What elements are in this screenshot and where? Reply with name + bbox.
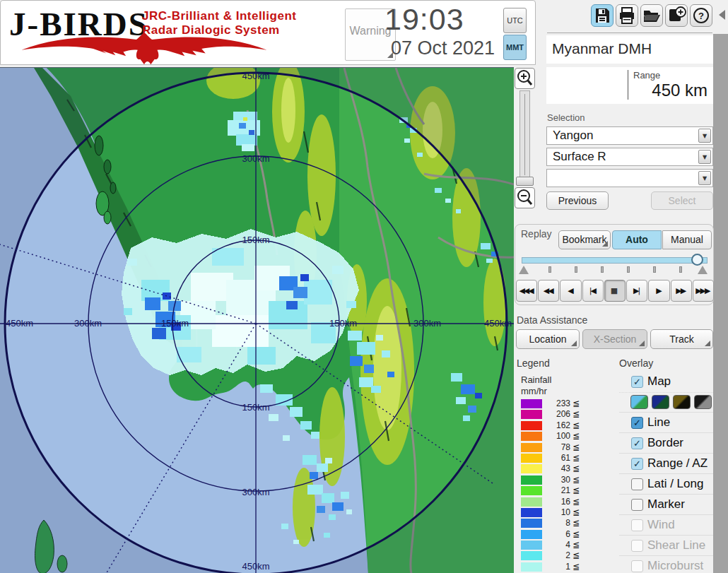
xsection-button[interactable]: X-Section: [582, 329, 647, 349]
step-back-icon[interactable]: |◀: [582, 280, 604, 302]
legend-operator: ≦: [573, 453, 580, 463]
legend-threshold-value: 78: [545, 442, 570, 453]
help-icon: ?: [691, 5, 712, 26]
product-dropdown[interactable]: Surface R ▼: [546, 148, 713, 166]
header: J-BIRDS JRC-Brilliant & Intelligent Rada…: [0, 0, 536, 65]
rewind-icon[interactable]: ◀◀: [538, 280, 559, 302]
zoom-slider-track[interactable]: [519, 90, 530, 179]
legend-operator: ≦: [573, 550, 580, 561]
legend-color-swatch: [521, 540, 542, 550]
svg-text:450km: 450km: [6, 318, 33, 329]
forward-fast-icon[interactable]: ▶▶▶: [693, 280, 714, 302]
legend-color-swatch: [521, 475, 542, 485]
slider-tick: [601, 266, 604, 273]
forward-icon[interactable]: ▶▶: [671, 280, 692, 302]
panel-edge-strip: [713, 34, 728, 573]
panel-collapse-arrow-icon[interactable]: [719, 10, 725, 20]
chevron-down-icon[interactable]: ▼: [698, 150, 711, 164]
legend-color-swatch: [521, 551, 542, 560]
legend-row: 6≦: [521, 529, 585, 540]
rewind-fast-icon[interactable]: ◀◀◀: [516, 280, 537, 302]
legend-operator: ≦: [573, 518, 580, 528]
range-divider: [628, 70, 628, 100]
legend-threshold-value: 1: [545, 562, 570, 572]
legend-color-swatch: [521, 486, 542, 495]
legend-threshold-value: 8: [545, 518, 570, 528]
legend-threshold-value: 61: [545, 453, 570, 463]
utc-button[interactable]: UTC: [503, 8, 527, 33]
clock-time: 19:03: [384, 2, 491, 37]
legend-operator: ≦: [573, 475, 580, 485]
chevron-down-icon[interactable]: ▼: [698, 129, 711, 143]
add-image-button[interactable]: [665, 4, 688, 27]
legend-operator: ≦: [573, 409, 580, 420]
zoom-in-button[interactable]: [515, 68, 535, 89]
range-az-checkbox[interactable]: ✓: [631, 458, 643, 470]
border-label: Border: [647, 436, 683, 450]
legend-threshold-value: 2: [545, 550, 570, 561]
play-icon[interactable]: ▶: [648, 280, 669, 302]
map-style-swatch-3[interactable]: [673, 395, 691, 409]
range-az-label: Range / AZ: [647, 456, 708, 471]
legend-row: 8≦: [521, 518, 585, 528]
save-button[interactable]: [591, 4, 613, 27]
manual-button[interactable]: Manual: [662, 230, 712, 249]
jbirds-window: J-BIRDS JRC-Brilliant & Intelligent Rada…: [0, 0, 728, 573]
help-button[interactable]: ?: [690, 4, 712, 27]
overlay-item-border: ✓Border: [619, 432, 713, 453]
step-forward-icon[interactable]: ▶|: [626, 280, 647, 302]
map-style-swatch-2[interactable]: [652, 395, 669, 409]
zoom-out-button[interactable]: [515, 187, 535, 208]
replay-slider-track[interactable]: [522, 257, 708, 264]
bookmark-button[interactable]: Bookmark: [558, 230, 611, 249]
slider-tick: [627, 266, 630, 273]
eagle-logo-icon: [11, 32, 278, 66]
radar-map[interactable]: 450km 300km 150km 150km 300km 450km 450k…: [0, 67, 514, 573]
zoom-slider-thumb[interactable]: [516, 177, 534, 186]
legend-operator: ≦: [573, 562, 580, 572]
legend-threshold-value: 4: [545, 540, 570, 550]
previous-button[interactable]: Previous: [546, 191, 609, 210]
overlay-title: Overlay: [619, 358, 653, 369]
microburst-checkbox: [631, 560, 643, 572]
slider-range-start-marker[interactable]: [519, 266, 529, 274]
lati-long-checkbox[interactable]: [631, 478, 643, 490]
open-file-button[interactable]: [640, 4, 663, 27]
stop-icon[interactable]: ■: [604, 280, 626, 302]
playback-controls: ◀◀◀◀◀◀|◀■▶|▶▶▶▶▶▶: [516, 280, 714, 302]
line-checkbox[interactable]: ✓: [631, 417, 643, 429]
legend-threshold-value: 30: [545, 475, 570, 485]
extra-dropdown[interactable]: ▼: [546, 169, 713, 187]
add-image-icon: [666, 5, 687, 26]
data-assistance-label: Data Assistance: [517, 314, 587, 326]
legend-operator: ≦: [573, 507, 580, 518]
border-checkbox[interactable]: ✓: [631, 437, 643, 449]
map-checkbox[interactable]: ✓: [631, 376, 643, 388]
range-label: Range: [633, 70, 660, 81]
location-button[interactable]: Location: [516, 329, 580, 349]
map-style-swatch-1[interactable]: [630, 395, 648, 409]
slider-tick: [575, 266, 577, 273]
selection-label: Selection: [547, 112, 585, 123]
slider-range-end-marker[interactable]: [698, 266, 708, 274]
auto-button[interactable]: Auto: [612, 230, 662, 249]
legend-title: Legend: [517, 358, 550, 369]
select-button[interactable]: Select: [651, 191, 713, 210]
legend-threshold-value: 233: [545, 398, 570, 409]
svg-text:150km: 150km: [242, 402, 269, 413]
marker-checkbox[interactable]: [631, 499, 643, 511]
chevron-down-icon[interactable]: ▼: [698, 171, 711, 185]
legend-threshold-value: 21: [545, 485, 570, 496]
track-button[interactable]: Track: [650, 329, 713, 349]
svg-text:450km: 450km: [484, 318, 512, 329]
map-label: Map: [647, 374, 671, 389]
svg-text:450km: 450km: [242, 561, 269, 572]
site-dropdown[interactable]: Yangon ▼: [546, 126, 713, 145]
legend-threshold-value: 162: [545, 420, 570, 431]
overlay-item-marker: Marker: [619, 494, 713, 514]
print-button[interactable]: [616, 4, 638, 27]
mmt-button[interactable]: MMT: [503, 35, 527, 60]
map-style-swatch-4[interactable]: [694, 395, 712, 409]
replay-slider-thumb[interactable]: [691, 254, 703, 266]
play-reverse-icon[interactable]: ◀: [560, 280, 581, 302]
